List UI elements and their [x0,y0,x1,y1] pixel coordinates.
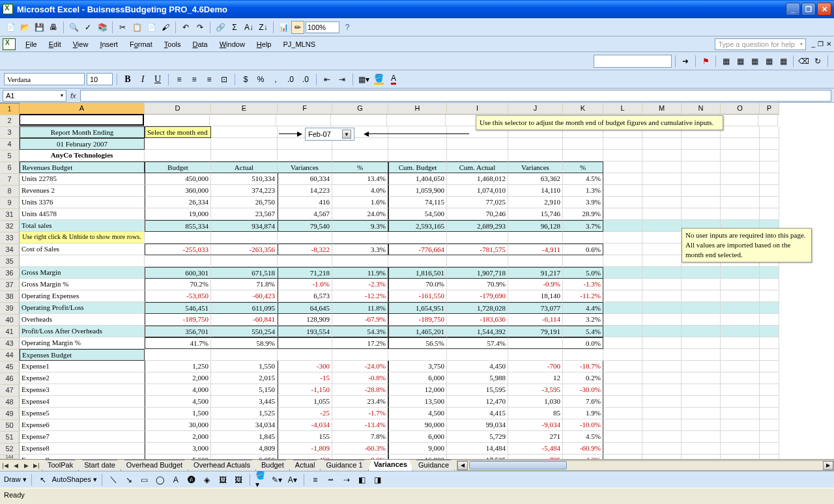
menu-data[interactable]: Data [186,38,213,50]
col-header-F[interactable]: F [278,103,332,115]
col-header-O[interactable]: O [721,103,760,115]
row-header-144[interactable]: 144 [0,455,20,459]
cell-empty-6-0[interactable] [603,173,642,185]
cell-H52[interactable]: 16,800 [388,455,447,459]
col-header-J[interactable]: J [508,103,563,115]
cell-J44[interactable]: -700 [508,361,563,372]
wordart-icon[interactable]: 🅐 [185,473,198,486]
cell-empty-6-3[interactable] [721,173,760,185]
cell-F6[interactable]: 60,334 [278,173,332,185]
decrease-decimal-icon[interactable]: .0 [299,73,312,86]
cell-J6[interactable]: 63,362 [508,173,563,185]
cell-G48[interactable]: -1.7% [332,408,388,419]
cell-D3[interactable] [145,138,211,150]
col-header-E[interactable]: E [211,103,278,115]
cell-H51[interactable]: 9,000 [388,443,447,455]
align-left-icon[interactable]: ≡ [173,73,186,86]
cell-empty-4-1[interactable] [642,150,682,161]
cell-A9[interactable]: Units 44578 [20,208,145,220]
cell-G43[interactable] [332,349,388,361]
row-header-8[interactable]: 8 [0,186,20,197]
new-icon[interactable]: 📄 [4,21,17,34]
doc-minimize-button[interactable]: _ [811,40,815,48]
cell-J48[interactable]: 85 [508,408,563,419]
cell-empty-41-3[interactable] [721,337,760,349]
cell-K31[interactable]: 3.7% [563,220,603,232]
cell-A6[interactable]: Units 22785 [20,173,145,185]
tab-nav-first[interactable]: |◀ [0,460,10,471]
cell-empty-7-2[interactable] [682,185,721,197]
cell-E41[interactable]: 58.9% [211,337,278,349]
cell-K32[interactable] [563,232,603,244]
draw-menu[interactable]: Draw ▾ [4,475,27,484]
cell-empty-52-2[interactable] [682,455,721,459]
cell-I45[interactable]: 5,988 [447,372,508,384]
menu-window[interactable]: Window [214,38,251,50]
formula-bar[interactable] [80,90,831,102]
row-header-4[interactable]: 4 [0,139,20,150]
cell-D44[interactable]: 1,250 [145,361,211,372]
col-header-K[interactable]: K [563,103,603,115]
sheet-tab-actual[interactable]: Actual [289,460,321,471]
cell-J49[interactable]: -9,034 [508,419,563,431]
cell-empty-7-3[interactable] [721,185,760,197]
border-outside-icon[interactable]: ▦ [719,55,732,68]
cell-A5[interactable]: Revenues Budget [20,161,145,173]
col-header-M[interactable]: M [642,103,682,115]
cell-E2[interactable] [211,126,278,138]
cell-D37[interactable]: -53,850 [145,290,211,302]
cell-H34[interactable] [388,255,447,267]
col-header-A[interactable]: A [20,103,145,115]
cell-F49[interactable]: -4,034 [278,419,332,431]
cell-empty-44-0[interactable] [603,361,642,372]
cell-empty-49-4[interactable] [760,419,779,431]
cell-A39[interactable]: Overheads [20,314,145,326]
cell-F1[interactable] [276,115,331,126]
row-header-44[interactable]: 44 [0,350,20,361]
currency-icon[interactable]: $ [239,73,252,86]
cell-empty-9-1[interactable] [642,208,682,220]
cell-empty-31-0[interactable] [603,220,642,232]
cell-empty-49-3[interactable] [721,419,760,431]
cell-D48[interactable]: 1,500 [145,408,211,419]
cell-H39[interactable]: -189,750 [388,314,447,326]
cell-empty-41-4[interactable] [760,337,779,349]
cell-empty-35-0[interactable] [603,267,642,279]
cell-D32[interactable] [145,232,211,244]
cell-G44[interactable]: -24.0% [332,361,388,372]
undo-icon[interactable]: ↶ [179,21,192,34]
cell-F33[interactable]: -8,322 [278,244,332,255]
cell-H36[interactable]: 70.0% [388,279,447,290]
arrow-style-icon[interactable]: ⇢ [340,473,353,486]
cell-I8[interactable]: 77,025 [447,197,508,208]
cell-E44[interactable]: 1,550 [211,361,278,372]
cell-H43[interactable] [388,349,447,361]
cell-empty-39-1[interactable] [642,314,682,326]
cell-I7[interactable]: 1,074,010 [447,185,508,197]
cell-empty-44-1[interactable] [642,361,682,372]
cell-empty-8-2[interactable] [682,197,721,208]
cell-empty-41-2[interactable] [682,337,721,349]
cell-empty-43-2[interactable] [682,349,721,361]
cell-H5[interactable]: Cum. Budget [388,161,447,173]
menu-pjmlns[interactable]: PJ_MLNS [277,38,321,50]
border-right-icon[interactable]: ▦ [748,55,761,68]
cell-empty-6-2[interactable] [682,173,721,185]
cell-A50[interactable]: Expense7 [20,431,145,443]
cell-empty-46-1[interactable] [642,384,682,396]
row-header-3[interactable]: 3 [0,127,20,139]
cell-G45[interactable]: -0.8% [332,372,388,384]
cell-empty-46-2[interactable] [682,384,721,396]
cell-F38[interactable]: 64,645 [278,302,332,314]
cell-A37[interactable]: Operating Expenses [20,290,145,302]
cell-empty-37-2[interactable] [682,290,721,302]
cell-empty-45-3[interactable] [721,372,760,384]
cell-F40[interactable]: 193,554 [278,326,332,337]
cell-F31[interactable]: 79,540 [278,220,332,232]
spelling-icon[interactable]: ✓ [81,21,94,34]
cell-D34[interactable] [145,255,211,267]
sheet-tab-overhead-budget[interactable]: Overhead Budget [121,460,188,471]
row-header-46[interactable]: 46 [0,373,20,385]
cell-H41[interactable]: 56.5% [388,337,447,349]
cell-empty-8-1[interactable] [642,197,682,208]
